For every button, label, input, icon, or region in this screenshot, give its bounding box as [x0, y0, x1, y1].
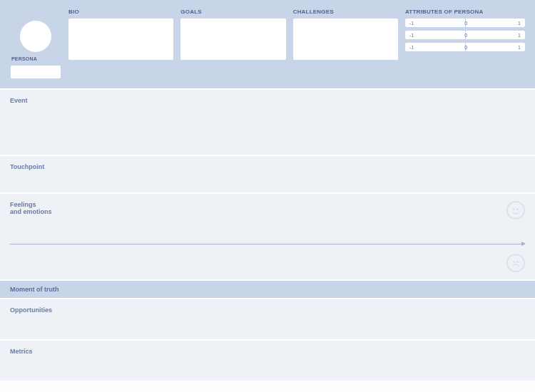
row-opportunities[interactable]: Opportunities — [0, 298, 535, 339]
persona-label: PERSONA — [11, 56, 37, 61]
goals-label: GOALS — [180, 9, 285, 15]
row-event-label: Event — [10, 97, 525, 104]
avatar-placeholder[interactable] — [20, 21, 51, 52]
row-metrics[interactable]: Metrics — [0, 339, 535, 381]
challenges-label: CHALLENGES — [293, 9, 398, 15]
attribute-slider-2[interactable]: -1 0 1 — [405, 31, 525, 39]
bio-label: BIO — [68, 9, 173, 15]
challenges-input[interactable] — [293, 19, 398, 60]
row-event[interactable]: Event — [0, 88, 535, 155]
persona-name-input[interactable] — [11, 66, 61, 78]
attribute-slider-1[interactable]: -1 0 1 — [405, 19, 525, 27]
goals-column: GOALS — [180, 9, 285, 60]
slider-mid: 0 — [464, 45, 467, 50]
slider-max: 1 — [518, 33, 521, 38]
row-metrics-label: Metrics — [10, 348, 525, 355]
goals-input[interactable] — [180, 19, 285, 60]
slider-max: 1 — [518, 21, 521, 26]
bio-column: BIO — [68, 9, 173, 60]
row-opportunities-label: Opportunities — [10, 306, 525, 314]
row-touchpoint[interactable]: Touchpoint — [0, 155, 535, 192]
slider-max: 1 — [518, 45, 521, 50]
row-moment-of-truth[interactable]: Moment of truth — [0, 279, 535, 298]
attribute-slider-3[interactable]: -1 0 1 — [405, 43, 525, 51]
persona-header: PERSONA BIO GOALS CHALLENGES ATTRIBUTES … — [0, 0, 535, 88]
attributes-column: ATTRIBUTES OF PERSONA -1 0 1 -1 0 1 -1 0… — [405, 9, 525, 51]
row-feelings-label: Feelings and emotions — [10, 201, 525, 215]
bio-input[interactable] — [68, 19, 173, 60]
row-feelings[interactable]: Feelings and emotions — [0, 192, 535, 279]
row-touchpoint-label: Touchpoint — [10, 163, 525, 170]
slider-mid: 0 — [464, 33, 467, 38]
slider-min: -1 — [409, 33, 414, 38]
slider-min: -1 — [409, 45, 414, 50]
challenges-column: CHALLENGES — [293, 9, 398, 60]
persona-column: PERSONA — [10, 21, 61, 78]
timeline-arrow — [10, 244, 525, 244]
journey-rows: Event Touchpoint Feelings and emotions M… — [0, 88, 535, 381]
slider-mid: 0 — [464, 21, 467, 26]
sad-face-icon — [506, 254, 525, 272]
row-truth-label: Moment of truth — [10, 286, 525, 293]
slider-min: -1 — [409, 21, 414, 26]
happy-face-icon — [506, 201, 525, 220]
attributes-label: ATTRIBUTES OF PERSONA — [405, 9, 525, 15]
